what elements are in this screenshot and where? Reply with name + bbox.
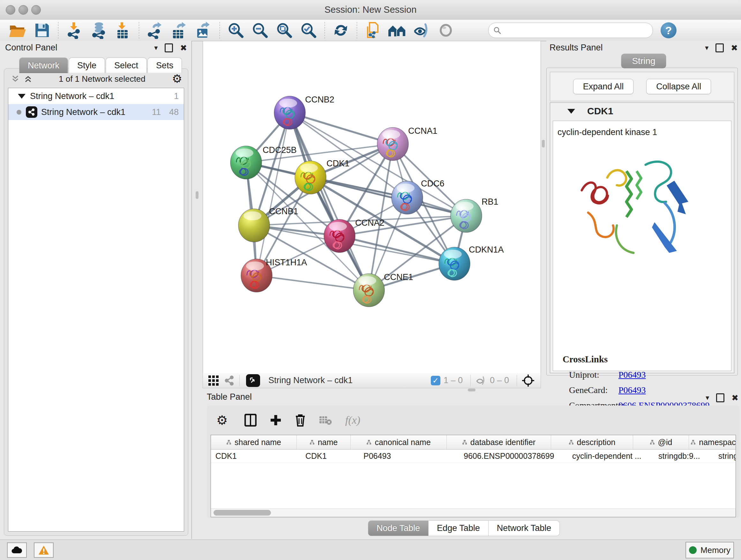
- entry-expand-icon[interactable]: [567, 109, 575, 114]
- results-panel-close-icon[interactable]: ✖: [731, 43, 738, 53]
- window-title: Session: New Session: [0, 4, 741, 15]
- protein-structure-image: [569, 142, 703, 280]
- column-header--id[interactable]: @id: [633, 435, 689, 449]
- tab-string[interactable]: String: [621, 54, 666, 68]
- graph-node-CDK1[interactable]: CDK1: [295, 159, 349, 194]
- column-header-canonical-name[interactable]: canonical name: [351, 435, 447, 449]
- add-column-icon[interactable]: [270, 415, 281, 426]
- network-collection-row[interactable]: String Network – cdk1 1: [8, 88, 184, 104]
- save-session-button[interactable]: [30, 21, 54, 40]
- results-panel-float-icon[interactable]: [716, 44, 724, 52]
- table-cell[interactable]: 9606.ENSP00000378699: [459, 449, 568, 462]
- table-cell[interactable]: stringdb: [714, 449, 736, 462]
- network-graph[interactable]: CCNB2CCNA1CDC25BCDK1CDC6RB1CCNB1CCNA2CDK…: [203, 41, 541, 373]
- tab-node-table[interactable]: Node Table: [368, 520, 428, 536]
- network-view-mode-icon[interactable]: [224, 375, 235, 386]
- control-panel-float-icon[interactable]: [165, 44, 173, 52]
- export-table-button[interactable]: [167, 21, 192, 40]
- search-field[interactable]: [488, 23, 653, 38]
- graph-node-HIST1H1A[interactable]: HIST1H1A: [241, 258, 307, 292]
- first-neighbors-button[interactable]: [385, 21, 409, 40]
- table-panel-menu-icon[interactable]: ▾: [705, 394, 709, 402]
- table-cell[interactable]: CDK1: [211, 449, 301, 462]
- export-network-button[interactable]: [143, 21, 167, 40]
- scrollbar-thumb[interactable]: [213, 510, 271, 516]
- zoom-selected-button[interactable]: [296, 21, 321, 40]
- table-cell[interactable]: CDK1: [301, 449, 359, 462]
- refresh-icon: [333, 22, 349, 39]
- network-options-gear-icon[interactable]: ⚙: [172, 73, 182, 84]
- fit-content-crosshair-icon[interactable]: [522, 374, 535, 387]
- table-cell[interactable]: cyclin-dependent ...: [568, 449, 654, 462]
- warnings-button[interactable]: [34, 543, 54, 558]
- column-header-name[interactable]: name: [297, 435, 351, 449]
- show-columns-icon[interactable]: [245, 414, 257, 427]
- control-panel-title: Control Panel: [5, 43, 57, 53]
- collapse-all-button[interactable]: Collapse All: [646, 79, 711, 94]
- tab-select[interactable]: Select: [106, 57, 147, 73]
- open-file-button[interactable]: [6, 21, 30, 40]
- right-splitter-handle[interactable]: [542, 140, 545, 147]
- graph-node-CDC25B[interactable]: CDC25B: [230, 145, 297, 179]
- table-row[interactable]: CDK1CDK1P064939606.ENSP00000378699cyclin…: [211, 449, 736, 462]
- graph-node-CCNE1[interactable]: CCNE1: [353, 272, 413, 307]
- column-header-shared-name[interactable]: shared name: [211, 435, 297, 449]
- zoom-out-button[interactable]: [248, 21, 272, 40]
- left-splitter-handle[interactable]: [196, 191, 199, 199]
- table-cell[interactable]: stringdb:9...: [654, 449, 714, 462]
- tab-sets[interactable]: Sets: [147, 57, 182, 73]
- hidden-items-icon[interactable]: [475, 376, 487, 385]
- results-panel-menu-icon[interactable]: ▾: [705, 44, 709, 52]
- column-type-icon: [690, 440, 696, 445]
- tab-network[interactable]: Network: [19, 57, 68, 73]
- table-panel-float-icon[interactable]: [716, 393, 724, 402]
- table-options-gear-icon[interactable]: ⚙: [216, 414, 228, 427]
- collection-expand-icon[interactable]: [18, 94, 25, 99]
- column-header-description[interactable]: description: [551, 435, 633, 449]
- column-header-namespac[interactable]: namespac: [689, 435, 736, 449]
- node-entry-header[interactable]: CDK1: [550, 103, 734, 119]
- control-panel-close-icon[interactable]: ✖: [180, 43, 187, 53]
- column-header-database-identifier[interactable]: database identifier: [447, 435, 551, 449]
- application-window: Session: New Session: [0, 0, 741, 560]
- horizontal-splitter-handle[interactable]: [468, 388, 475, 391]
- crosslink-link[interactable]: P06493: [618, 370, 646, 380]
- control-panel-menu-icon[interactable]: ▾: [154, 44, 158, 52]
- hidden-counts: 0 – 0: [490, 375, 509, 385]
- collapse-all-icon[interactable]: [11, 75, 19, 83]
- tab-style[interactable]: Style: [69, 57, 105, 73]
- tab-edge-table[interactable]: Edge Table: [428, 520, 488, 536]
- birdseye-view-toggle[interactable]: [246, 374, 260, 387]
- refresh-button[interactable]: [329, 21, 353, 40]
- delete-column-icon[interactable]: [295, 414, 306, 427]
- expand-all-icon[interactable]: [24, 75, 32, 83]
- clone-network-button[interactable]: [361, 21, 385, 40]
- expand-all-button[interactable]: Expand All: [573, 79, 634, 94]
- graph-node-CCNA1[interactable]: CCNA1: [377, 126, 437, 161]
- table-panel-close-icon[interactable]: ✖: [731, 393, 738, 403]
- node-table[interactable]: shared namenamecanonical namedatabase id…: [211, 435, 736, 517]
- show-all-button[interactable]: [434, 21, 458, 40]
- table-horizontal-scrollbar[interactable]: [211, 508, 736, 517]
- help-button[interactable]: ?: [661, 22, 677, 38]
- graph-node-CDKN1A[interactable]: CDKN1A: [439, 245, 504, 280]
- cloud-status-button[interactable]: [7, 543, 27, 558]
- table-cell[interactable]: P06493: [359, 449, 459, 462]
- grid-view-icon[interactable]: [208, 375, 219, 386]
- export-image-button[interactable]: [192, 21, 216, 40]
- network-list-header: 1 of 1 Network selected ⚙: [7, 72, 185, 86]
- hide-selected-button[interactable]: [409, 21, 434, 40]
- zoom-fit-button[interactable]: [272, 21, 296, 40]
- network-view-canvas[interactable]: CCNB2CCNA1CDC25BCDK1CDC6RB1CCNB1CCNA2CDK…: [203, 41, 541, 374]
- selected-nodes-checkbox[interactable]: ✓: [431, 376, 441, 385]
- import-table-button[interactable]: [111, 21, 135, 40]
- tab-network-table[interactable]: Network Table: [488, 520, 560, 536]
- memory-button[interactable]: Memory: [685, 542, 734, 558]
- import-network-file-button[interactable]: [62, 21, 86, 40]
- import-network-database-button[interactable]: [86, 21, 111, 40]
- node-label-CCNE1: CCNE1: [384, 272, 413, 282]
- search-input[interactable]: [501, 25, 640, 35]
- zoom-in-button[interactable]: [224, 21, 248, 40]
- network-row[interactable]: String Network – cdk1 11 48: [8, 104, 184, 120]
- graph-node-RB1[interactable]: RB1: [451, 197, 498, 233]
